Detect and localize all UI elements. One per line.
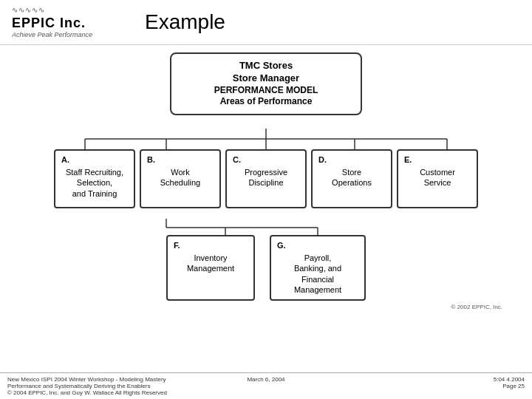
box-g: G. Payroll,Banking, andFinancialManageme… (270, 235, 366, 301)
box-b-text: WorkScheduling (147, 167, 214, 188)
footer-line2: © 2004 EPPIC, Inc. and Guy W. Wallace Al… (7, 389, 180, 396)
top-box: TMC StoresStore Manager PERFORMANCE MODE… (170, 52, 362, 115)
box-b: B. WorkScheduling (140, 149, 221, 208)
box-b-letter: B. (147, 155, 214, 164)
footer-time: 5:04 4.2004 (352, 376, 525, 383)
box-e: E. CustomerService (397, 149, 478, 208)
box-d-letter: D. (318, 155, 385, 164)
box-f-letter: F. (174, 241, 248, 250)
top-connector-svg (44, 129, 488, 149)
box-g-letter: G. (277, 241, 358, 250)
box-e-text: CustomerService (404, 167, 471, 188)
logo-wave: ∿∿∿∿∿ (12, 6, 45, 14)
page-title: Example (145, 10, 225, 34)
top-box-subtitle: PERFORMANCE MODELAreas of Performance (186, 85, 346, 108)
box-d: D. StoreOperations (311, 149, 392, 208)
footer: New Mexico ISPI 2004 Winter Workshop - M… (0, 372, 532, 399)
box-c-text: ProgressiveDiscipline (233, 167, 299, 188)
box-e-letter: E. (404, 155, 471, 164)
footer-right: 5:04 4.2004 Page 25 (352, 376, 525, 396)
footer-page: Page 25 (352, 383, 525, 389)
box-a-text: Staff Recruiting,Selection,and Training (61, 167, 128, 199)
row2-boxes: F. InventoryManagement G. Payroll,Bankin… (15, 235, 517, 301)
footer-left: New Mexico ISPI 2004 Winter Workshop - M… (7, 376, 180, 396)
footer-center: March 6, 2004 (180, 376, 352, 396)
copyright: © 2002 EPPIC, Inc. (15, 304, 517, 310)
logo-tagline: Achieve Peak Performance (12, 31, 92, 38)
box-f: F. InventoryManagement (166, 235, 255, 301)
box-d-text: StoreOperations (318, 167, 385, 188)
footer-line1: New Mexico ISPI 2004 Winter Workshop - M… (7, 376, 180, 389)
box-c: C. ProgressiveDiscipline (225, 149, 307, 208)
box-g-text: Payroll,Banking, andFinancialManagement (277, 253, 358, 295)
header: ∿∿∿∿∿ EPPIC Inc. Achieve Peak Performanc… (0, 0, 532, 45)
box-a-letter: A. (61, 155, 128, 164)
box-a: A. Staff Recruiting,Selection,and Traini… (54, 149, 135, 208)
bottom-connector-svg (44, 219, 488, 235)
row1-boxes: A. Staff Recruiting,Selection,and Traini… (15, 149, 517, 208)
logo-area: ∿∿∿∿∿ EPPIC Inc. Achieve Peak Performanc… (12, 6, 108, 38)
box-f-text: InventoryManagement (174, 253, 248, 274)
box-c-letter: C. (233, 155, 299, 164)
top-box-title: TMC StoresStore Manager (186, 60, 346, 85)
main-content: TMC StoresStore Manager PERFORMANCE MODE… (0, 45, 532, 318)
logo-name: EPPIC Inc. (12, 16, 86, 31)
